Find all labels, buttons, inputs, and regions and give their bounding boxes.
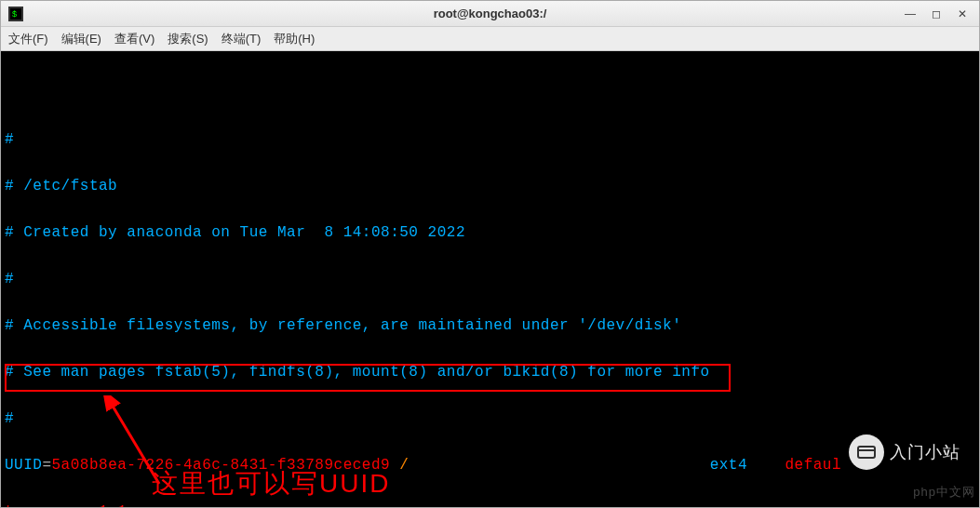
watermark-bottom: php中文网: [913, 480, 975, 503]
menu-search[interactable]: 搜索(S): [168, 31, 208, 47]
terminal-window: $ root@kongchao03:/ — ◻ ✕ 文件(F) 编辑(E) 查看…: [0, 0, 980, 508]
comment-line: # /etc/fstab: [5, 175, 975, 198]
watermark-icon: [849, 434, 884, 470]
maximize-button[interactable]: ◻: [923, 5, 949, 23]
menubar: 文件(F) 编辑(E) 查看(V) 搜索(S) 终端(T) 帮助(H): [1, 27, 979, 51]
app-icon: $: [8, 7, 23, 21]
comment-line: # Created by anaconda on Tue Mar 8 14:08…: [5, 221, 975, 245]
titlebar-controls: — ◻ ✕: [897, 5, 975, 23]
menu-file[interactable]: 文件(F): [8, 31, 48, 47]
empty-line: [5, 82, 975, 105]
comment-line: # Accessible filesystems, by reference, …: [5, 314, 975, 338]
terminal-pane[interactable]: # # /etc/fstab # Created by anaconda on …: [1, 51, 979, 507]
svg-rect-4: [858, 447, 875, 458]
menu-help[interactable]: 帮助(H): [274, 31, 315, 47]
comment-line: #: [5, 408, 975, 431]
comment-line: #: [5, 128, 975, 152]
fstab-entry-1-wrap: ts 1 1: [5, 501, 975, 507]
watermark-text: 入门小站: [890, 441, 960, 464]
menu-view[interactable]: 查看(V): [114, 31, 154, 47]
window-title: root@kongchao03:/: [434, 7, 547, 20]
watermark-logo: 入门小站: [849, 434, 960, 470]
svg-text:$: $: [12, 9, 17, 19]
titlebar[interactable]: $ root@kongchao03:/ — ◻ ✕: [1, 1, 979, 27]
comment-line: #: [5, 268, 975, 291]
menu-edit[interactable]: 编辑(E): [61, 31, 101, 47]
close-button[interactable]: ✕: [949, 5, 975, 23]
minimize-button[interactable]: —: [897, 5, 923, 23]
annotation-text: 这里也可以写UUID: [152, 472, 390, 495]
fstab-entry-1: UUID=5a08b8ea-7226-4a6c-8431-f33789ceced…: [5, 454, 975, 477]
comment-line: # See man pages fstab(5), findfs(8), mou…: [5, 361, 975, 384]
menu-terminal[interactable]: 终端(T): [222, 31, 262, 47]
